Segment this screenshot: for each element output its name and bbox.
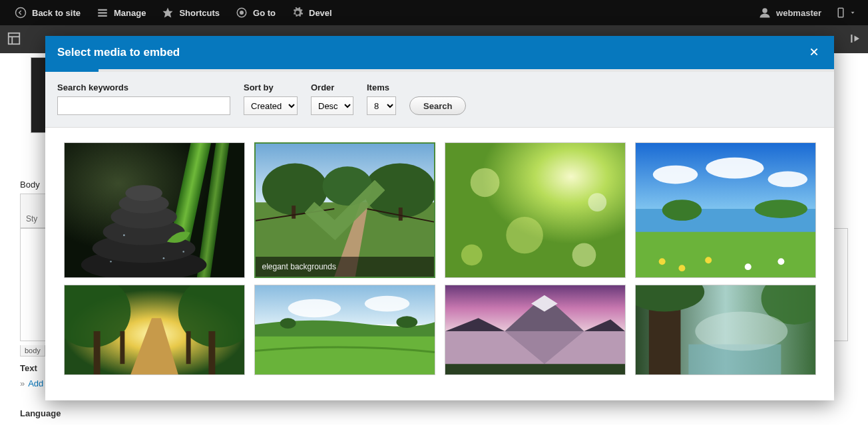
svg-point-40 — [470, 168, 499, 198]
items-select[interactable]: 8 — [367, 96, 396, 115]
media-item-green-fields[interactable] — [254, 285, 435, 375]
svg-point-54 — [678, 265, 685, 271]
svg-point-84 — [695, 311, 787, 351]
svg-rect-68 — [255, 337, 435, 374]
media-grid: elegant backgrounds — [45, 142, 834, 375]
svg-point-41 — [506, 217, 543, 253]
search-button-group: Search — [409, 96, 466, 115]
svg-rect-62 — [208, 331, 215, 374]
svg-point-25 — [125, 185, 162, 201]
thumb-zen-stones — [65, 143, 244, 277]
svg-point-46 — [652, 166, 698, 184]
order-select[interactable]: Desc — [311, 96, 353, 115]
svg-point-55 — [705, 257, 712, 263]
order-group: Order Desc — [311, 82, 353, 115]
svg-point-67 — [364, 296, 409, 312]
svg-point-56 — [744, 263, 751, 270]
svg-point-66 — [288, 299, 340, 318]
svg-rect-35 — [292, 206, 296, 219]
svg-point-47 — [706, 158, 763, 179]
modal-overlay: Select media to embed Search keywords So… — [0, 0, 868, 425]
svg-point-51 — [754, 200, 807, 218]
thumb-avenue — [65, 285, 244, 374]
media-item-mountain-lake[interactable] — [445, 285, 626, 375]
media-item-elegant-backgrounds[interactable]: elegant backgrounds — [254, 142, 435, 278]
svg-point-44 — [588, 193, 606, 212]
svg-point-42 — [572, 243, 596, 267]
svg-point-26 — [123, 234, 125, 236]
items-label: Items — [367, 82, 396, 92]
svg-rect-78 — [445, 364, 625, 374]
sort-by-select[interactable]: Created — [244, 96, 298, 115]
svg-rect-52 — [636, 232, 815, 277]
svg-point-50 — [662, 200, 702, 221]
thumb-green-bokeh — [445, 143, 625, 277]
thumb-fields — [255, 285, 435, 374]
search-keywords-label: Search keywords — [57, 82, 230, 92]
thumb-misty — [636, 285, 815, 374]
media-embed-modal: Select media to embed Search keywords So… — [45, 36, 834, 400]
search-button[interactable]: Search — [409, 96, 466, 115]
svg-rect-64 — [186, 331, 190, 364]
svg-point-34 — [322, 166, 372, 206]
svg-point-48 — [767, 172, 807, 188]
order-label: Order — [311, 82, 353, 92]
items-group: Items 8 — [367, 82, 396, 115]
svg-rect-61 — [93, 331, 100, 374]
search-input[interactable] — [57, 96, 230, 115]
sort-by-group: Sort by Created — [244, 82, 298, 115]
modal-title: Select media to embed — [57, 46, 180, 59]
close-icon[interactable] — [806, 43, 822, 63]
media-grid-wrap: elegant backgrounds — [45, 128, 834, 390]
search-keywords-group: Search keywords — [57, 82, 230, 115]
media-item-zen-stones[interactable] — [64, 142, 245, 278]
svg-point-28 — [110, 261, 112, 263]
media-item-green-bokeh[interactable] — [445, 142, 626, 278]
thumb-mountain — [445, 285, 625, 374]
svg-rect-63 — [120, 331, 124, 364]
media-item-lake-meadow[interactable] — [635, 142, 816, 278]
svg-point-43 — [461, 244, 482, 265]
sort-by-label: Sort by — [244, 82, 298, 92]
svg-point-70 — [396, 316, 417, 328]
filter-bar: Search keywords Sort by Created Order De… — [45, 72, 834, 128]
svg-point-53 — [658, 258, 665, 265]
svg-rect-36 — [398, 208, 402, 221]
media-item-misty-forest[interactable] — [635, 285, 816, 375]
modal-body: Search keywords Sort by Created Order De… — [45, 69, 834, 400]
thumb-lake-meadow — [636, 143, 815, 277]
media-caption: elegant backgrounds — [256, 257, 434, 277]
svg-point-69 — [280, 318, 296, 329]
modal-header: Select media to embed — [45, 36, 834, 69]
svg-point-57 — [777, 258, 784, 265]
svg-point-27 — [162, 257, 164, 259]
media-item-sunlit-avenue[interactable] — [64, 285, 245, 375]
svg-point-29 — [182, 251, 184, 253]
